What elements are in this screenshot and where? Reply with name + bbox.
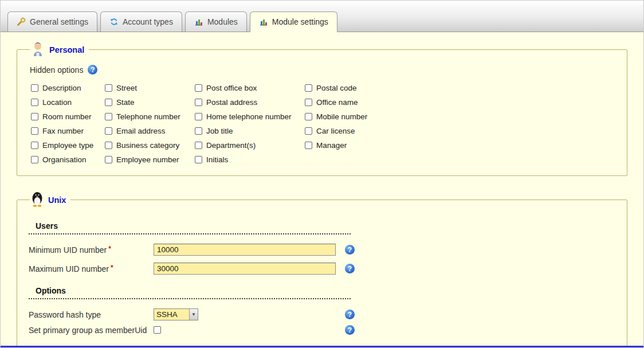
- hidden-options-grid: Description Street Post office box Posta…: [31, 84, 616, 164]
- account-types-icon: [109, 17, 119, 26]
- departments-checkbox[interactable]: [195, 142, 202, 149]
- job-title-checkbox[interactable]: [195, 127, 202, 135]
- checkbox-label: Post office box: [206, 84, 257, 92]
- max-uid-row: Maximum UID number* ?: [29, 263, 616, 275]
- checkbox-label: Job title: [206, 127, 233, 135]
- hidden-options-row: Hidden options ?: [30, 65, 616, 75]
- fax-number-checkbox[interactable]: [31, 127, 38, 135]
- tux-penguin-icon: [31, 191, 44, 209]
- tab-general-settings[interactable]: General settings: [7, 11, 97, 32]
- room-number-checkbox[interactable]: [31, 113, 38, 120]
- unix-legend: Unix: [30, 191, 70, 209]
- checkbox-business-category[interactable]: Business category: [105, 141, 195, 150]
- checkbox-employee-number[interactable]: Employee number: [105, 155, 195, 164]
- checkbox-label: State: [116, 98, 135, 107]
- checkbox-employee-type[interactable]: Employee type: [31, 141, 105, 150]
- checkbox-postal-address[interactable]: Postal address: [195, 98, 305, 107]
- checkbox-label: Room number: [42, 112, 92, 121]
- manager-checkbox[interactable]: [305, 142, 312, 149]
- checkbox-postal-code[interactable]: Postal code: [305, 84, 431, 92]
- checkbox-street[interactable]: Street: [105, 84, 195, 92]
- password-hash-label: Password hash type: [29, 310, 154, 319]
- checkbox-label: Employee number: [116, 155, 179, 164]
- business-category-checkbox[interactable]: [105, 142, 112, 149]
- min-uid-row: Minimum UID number* ?: [29, 244, 616, 256]
- street-checkbox[interactable]: [105, 84, 112, 92]
- options-section-header: Options: [29, 286, 351, 299]
- tab-modules[interactable]: Modules: [185, 11, 247, 32]
- users-header-label: Users: [36, 221, 58, 230]
- checkbox-initials[interactable]: Initials: [195, 155, 305, 164]
- home-telephone-number-checkbox[interactable]: [195, 113, 202, 120]
- member-uid-checkbox[interactable]: [154, 326, 161, 334]
- help-icon[interactable]: ?: [88, 65, 97, 75]
- checkbox-organisation[interactable]: Organisation: [31, 155, 105, 164]
- email-address-checkbox[interactable]: [105, 127, 112, 135]
- description-checkbox[interactable]: [31, 84, 38, 92]
- checkbox-label: Street: [116, 84, 137, 92]
- checkbox-state[interactable]: State: [105, 98, 195, 107]
- tab-label: General settings: [30, 17, 88, 26]
- checkbox-post-office-box[interactable]: Post office box: [195, 84, 305, 92]
- checkbox-home-telephone-number[interactable]: Home telephone number: [195, 112, 305, 121]
- content: Personal Hidden options ? Description St…: [1, 32, 643, 346]
- help-icon[interactable]: ?: [345, 325, 355, 335]
- help-icon[interactable]: ?: [345, 264, 355, 273]
- checkbox-label: Telephone number: [116, 112, 180, 121]
- checkbox-label: Business category: [116, 141, 179, 150]
- employee-number-checkbox[interactable]: [105, 156, 112, 163]
- checkbox-manager[interactable]: Manager: [305, 141, 431, 150]
- checkbox-label: Postal address: [206, 98, 257, 107]
- checkbox-label: Organisation: [42, 155, 87, 164]
- checkbox-description[interactable]: Description: [31, 84, 105, 92]
- checkbox-room-number[interactable]: Room number: [31, 112, 105, 121]
- post-office-box-checkbox[interactable]: [195, 84, 202, 92]
- checkbox-label: Fax number: [42, 127, 84, 135]
- tab-label: Modules: [207, 17, 238, 26]
- checkbox-car-license[interactable]: Car license: [305, 127, 431, 135]
- help-icon[interactable]: ?: [345, 310, 355, 319]
- tab-label: Account types: [123, 17, 173, 26]
- tab-account-types[interactable]: Account types: [100, 11, 182, 32]
- employee-type-checkbox[interactable]: [31, 142, 38, 149]
- password-hash-select[interactable]: SSHA: [154, 308, 198, 320]
- tab-module-settings[interactable]: Module settings: [250, 11, 337, 32]
- location-checkbox[interactable]: [31, 99, 38, 106]
- required-marker: *: [111, 264, 113, 272]
- member-uid-row: Set primary group as memberUid ?: [29, 325, 616, 335]
- modules-icon: [194, 17, 203, 26]
- telephone-number-checkbox[interactable]: [105, 113, 112, 120]
- checkbox-label: Home telephone number: [206, 112, 292, 121]
- postal-code-checkbox[interactable]: [305, 84, 312, 92]
- max-uid-input[interactable]: [154, 263, 336, 275]
- checkbox-departments[interactable]: Department(s): [195, 141, 305, 150]
- state-checkbox[interactable]: [105, 99, 112, 106]
- checkbox-fax-number[interactable]: Fax number: [31, 127, 105, 135]
- tab-bar: General settings Account types: [1, 1, 643, 32]
- checkbox-label: Office name: [316, 98, 358, 107]
- checkbox-job-title[interactable]: Job title: [195, 127, 305, 135]
- checkbox-label: Description: [42, 84, 81, 92]
- checkbox-telephone-number[interactable]: Telephone number: [105, 112, 195, 121]
- max-uid-label: Maximum UID number*: [29, 264, 154, 273]
- mobile-number-checkbox[interactable]: [305, 113, 312, 120]
- postal-address-checkbox[interactable]: [195, 99, 202, 106]
- checkbox-label: Manager: [316, 141, 347, 150]
- checkbox-location[interactable]: Location: [31, 98, 105, 107]
- required-marker: *: [108, 245, 111, 253]
- min-uid-input[interactable]: [154, 244, 336, 256]
- help-icon[interactable]: ?: [345, 245, 355, 255]
- checkbox-label: Mobile number: [316, 112, 367, 121]
- initials-checkbox[interactable]: [195, 156, 202, 163]
- checkbox-email-address[interactable]: Email address: [105, 127, 195, 135]
- password-hash-select-wrap: SSHA ▼: [154, 308, 198, 320]
- unix-title: Unix: [48, 195, 66, 205]
- checkbox-office-name[interactable]: Office name: [305, 98, 431, 107]
- organisation-checkbox[interactable]: [31, 156, 38, 163]
- car-license-checkbox[interactable]: [305, 127, 312, 135]
- checkbox-mobile-number[interactable]: Mobile number: [305, 112, 431, 121]
- module-settings-icon: [259, 17, 268, 26]
- personal-fieldset: Personal Hidden options ? Description St…: [17, 41, 627, 176]
- password-hash-row: Password hash type SSHA ▼ ?: [29, 308, 616, 320]
- office-name-checkbox[interactable]: [305, 99, 312, 106]
